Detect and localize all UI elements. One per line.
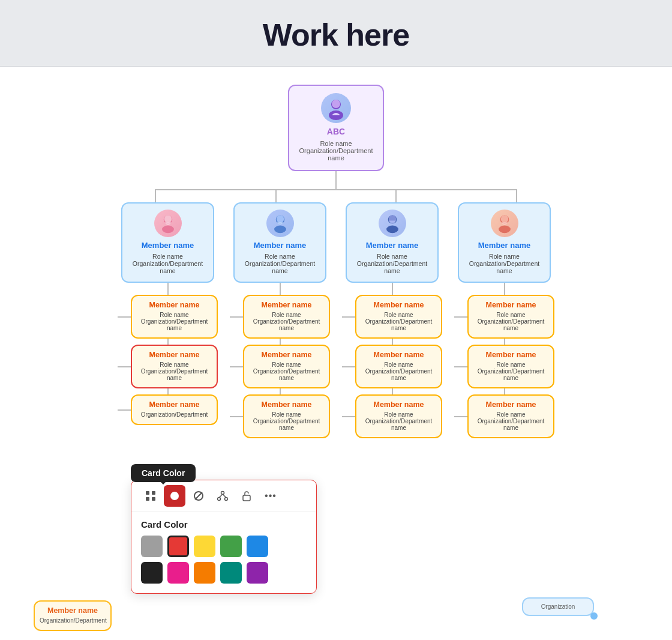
level1-card-3[interactable]: Member name Role name Organization/Depar… (346, 202, 439, 283)
l2-cards-2: Member name Role name Organization/Depar… (230, 295, 330, 438)
l2-1-3-row: Member name Organization/Department (118, 394, 218, 425)
unlock-icon[interactable] (236, 485, 257, 507)
v-drop-3 (395, 189, 397, 202)
level1-card-2[interactable]: Member name Role name Organization/Depar… (233, 202, 326, 283)
connector-root-v (335, 171, 337, 189)
v-drop-1 (155, 189, 156, 202)
level1-card-1[interactable]: Member name Role name Organization/Depar… (121, 202, 214, 283)
l2-card-2-2[interactable]: Member name Role name Organization/Depar… (243, 345, 330, 388)
l2-card-2-3[interactable]: Member name Role name Organization/Depar… (243, 394, 330, 438)
swatch-teal[interactable] (220, 562, 242, 584)
l2-4-3-role: Role name (473, 411, 548, 418)
l2-card-3-2[interactable]: Member name Role name Organization/Depar… (355, 345, 442, 388)
swatch-yellow[interactable] (194, 536, 215, 557)
l1-1-dept: Organization/Department name (127, 260, 208, 274)
h-stub-2-2 (230, 366, 243, 367)
root-dept: Organization/Department name (295, 147, 377, 162)
no-color-icon[interactable] (188, 485, 209, 507)
svg-point-2 (332, 100, 340, 108)
l2-card-1-3[interactable]: Member name Organization/Department (131, 394, 218, 425)
l1-2-role: Role name (239, 253, 320, 260)
l2-1-1-row: Member name Role name Organization/Depar… (118, 295, 218, 339)
l2-1-3-dept: Organization/Department (137, 411, 212, 418)
swatch-orange[interactable] (194, 562, 215, 584)
l2-2-3-role: Role name (249, 411, 324, 418)
h-stub-2-1 (230, 316, 243, 318)
l2-3-2-row: Member name Role name Organization/Depar… (342, 345, 442, 388)
l2-4-1-dept: Organization/Department name (473, 318, 548, 331)
l2-1-1-name: Member name (137, 301, 212, 309)
h-stub-1-3 (118, 409, 131, 411)
l2-card-4-2[interactable]: Member name Role name Organization/Depar… (467, 345, 554, 388)
page-header: Work here (0, 0, 672, 67)
v-conn-l1-3 (392, 283, 393, 295)
root-role: Role name (295, 140, 377, 147)
swatch-pink[interactable] (167, 562, 189, 584)
l2-4-1-row: Member name Role name Organization/Depar… (454, 295, 554, 339)
svg-point-8 (276, 216, 284, 223)
swatch-green[interactable] (220, 536, 242, 557)
l2-3-3-name: Member name (361, 400, 436, 409)
grid-icon[interactable] (140, 485, 161, 507)
h-stub-3-2 (342, 366, 355, 367)
root-card[interactable]: ABC Role name Organization/Department na… (288, 85, 384, 171)
swatch-red[interactable] (167, 536, 189, 557)
l2-card-3-1[interactable]: Member name Role name Organization/Depar… (355, 295, 442, 339)
partial-dept-1: Organization/Department (40, 617, 106, 624)
l2-4-3-name: Member name (473, 400, 548, 409)
avatar-l1-3 (379, 210, 406, 237)
l2-1-1-role: Role name (137, 312, 212, 318)
l2-card-1-1[interactable]: Member name Role name Organization/Depar… (131, 295, 218, 339)
svg-point-19 (170, 492, 179, 500)
svg-point-5 (164, 216, 172, 223)
h-stub-1-1 (118, 316, 131, 318)
svg-line-26 (223, 494, 226, 498)
l2-card-4-3[interactable]: Member name Role name Organization/Depar… (467, 394, 554, 438)
l2-4-3-dept: Organization/Department name (473, 418, 548, 431)
svg-point-7 (274, 226, 286, 234)
h-connector-row (108, 189, 564, 202)
level1-col-3: Member name Role name Organization/Depar… (342, 202, 442, 438)
l1-1-role: Role name (127, 253, 208, 260)
l2-card-4-1[interactable]: Member name Role name Organization/Depar… (467, 295, 554, 339)
v-conn-l1-4 (504, 283, 505, 295)
partial-card-bottom-left[interactable]: Member name Organization/Department (34, 600, 112, 631)
l2-2-2-name: Member name (249, 351, 324, 359)
org-canvas: ABC Role name Organization/Department na… (0, 67, 672, 640)
toolbar-popup[interactable]: ••• Card Color (131, 480, 317, 594)
swatch-blue[interactable] (247, 536, 268, 557)
v-drop-2 (275, 189, 277, 202)
h-stub-4-3 (454, 416, 467, 417)
l1-3-dept: Organization/Department name (352, 260, 433, 274)
share-icon[interactable] (212, 485, 233, 507)
svg-rect-18 (152, 497, 155, 501)
swatch-gray[interactable] (141, 536, 163, 557)
l2-card-2-1[interactable]: Member name Role name Organization/Depar… (243, 295, 330, 339)
svg-point-23 (218, 498, 221, 501)
color-circle-icon[interactable] (164, 485, 185, 507)
h-line (155, 189, 517, 190)
partial-card-bottom-right[interactable]: Organization (522, 597, 594, 616)
l2-3-3-role: Role name (361, 411, 436, 418)
l2-card-1-2[interactable]: Member name Role name Organization/Depar… (131, 345, 218, 388)
l2-1-2-dept: Organization/Department name (137, 368, 212, 381)
svg-point-4 (162, 226, 174, 234)
more-icon[interactable]: ••• (260, 485, 281, 507)
h-stub-4-2 (454, 366, 467, 367)
svg-rect-17 (146, 497, 149, 501)
color-section-title: Card Color (141, 519, 307, 530)
root-node[interactable]: ABC Role name Organization/Department na… (288, 85, 384, 171)
l2-group-3: Member name Role name Organization/Depar… (342, 295, 442, 438)
level1-card-4[interactable]: Member name Role name Organization/Depar… (458, 202, 551, 283)
l2-group-1: Member name Role name Organization/Depar… (118, 295, 218, 425)
svg-point-10 (386, 226, 398, 234)
swatch-purple[interactable] (247, 562, 268, 584)
l2-card-3-3[interactable]: Member name Role name Organization/Depar… (355, 394, 442, 438)
level1-col-2: Member name Role name Organization/Depar… (230, 202, 330, 438)
h-stub-3-3 (342, 416, 355, 417)
l2-2-1-name: Member name (249, 301, 324, 309)
l2-3-3-dept: Organization/Department name (361, 418, 436, 431)
l2-group-4: Member name Role name Organization/Depar… (454, 295, 554, 438)
level1-col-1: Member name Role name Organization/Depar… (118, 202, 218, 438)
swatch-black[interactable] (141, 562, 163, 584)
